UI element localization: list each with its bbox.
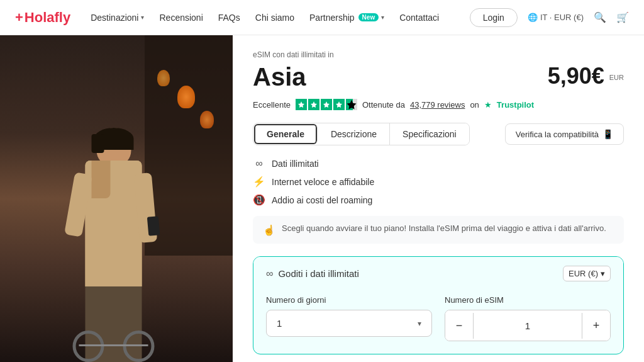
locale-selector[interactable]: 🌐 IT · EUR (€) bbox=[528, 13, 584, 22]
chevron-down-icon: ▾ bbox=[141, 14, 144, 21]
logo[interactable]: +Holafly bbox=[15, 9, 70, 26]
lantern-decoration-3 bbox=[157, 70, 170, 86]
svg-marker-0 bbox=[298, 101, 304, 108]
reviews-prefix: Ottenute da bbox=[362, 100, 405, 110]
star-4 bbox=[333, 99, 345, 110]
tab-generale[interactable]: Generale bbox=[254, 124, 318, 144]
product-image bbox=[0, 35, 233, 362]
compatibility-icon: 📱 bbox=[602, 129, 613, 139]
logo-plus: + bbox=[15, 9, 23, 26]
chevron-down-icon-days: ▾ bbox=[418, 319, 421, 328]
star-1 bbox=[296, 99, 307, 110]
product-price: 5,90€ EUR bbox=[548, 63, 624, 89]
star-half bbox=[346, 99, 357, 110]
infinity-icon: ∞ bbox=[253, 158, 265, 169]
person-figure bbox=[86, 123, 142, 362]
reviews-on: on bbox=[470, 100, 479, 110]
no-roaming-icon: 📵 bbox=[253, 194, 265, 206]
nav-recensioni[interactable]: Recensioni bbox=[159, 13, 203, 23]
star-2 bbox=[308, 99, 319, 110]
search-icon[interactable]: 🔍 bbox=[594, 11, 606, 23]
quantity-increase-button[interactable]: + bbox=[582, 310, 610, 341]
esim-quantity-field: Numero di eSIM − 1 + bbox=[445, 295, 611, 341]
days-label: Numero di giorni bbox=[266, 295, 432, 305]
reviews-link[interactable]: 43,779 reviews bbox=[410, 100, 465, 110]
chevron-down-icon-partnership: ▾ bbox=[381, 14, 384, 21]
quantity-decrease-button[interactable]: − bbox=[445, 310, 473, 341]
star-3 bbox=[321, 99, 332, 110]
header: +Holafly Destinazioni ▾ Recensioni FAQs … bbox=[0, 0, 644, 35]
header-actions: Login 🌐 IT · EUR (€) 🔍 🛒 bbox=[470, 8, 629, 27]
info-box: ☝️ Scegli quando avviare il tuo piano! I… bbox=[253, 216, 624, 244]
tab-specificazioni[interactable]: Specificazioni bbox=[390, 123, 469, 145]
plan-title: ∞ Goditi i dati illimitati bbox=[266, 268, 359, 280]
feature-unlimited-data: ∞ Dati illimitati bbox=[253, 158, 624, 169]
main-nav: Destinazioni ▾ Recensioni FAQs Chi siamo… bbox=[91, 13, 469, 23]
days-select[interactable]: 1 ▾ bbox=[266, 310, 432, 337]
nav-faqs[interactable]: FAQs bbox=[218, 13, 240, 23]
lantern-decoration-2 bbox=[200, 111, 214, 128]
tab-descrizione[interactable]: Descrizione bbox=[318, 123, 390, 145]
currency-selector[interactable]: EUR (€) ▾ bbox=[563, 266, 611, 281]
plan-fields-row: Numero di giorni 1 ▾ Numero di eSIM − 1 … bbox=[266, 295, 611, 341]
product-tabs: Generale Descrizione Specificazioni bbox=[253, 123, 470, 145]
price-currency-label: EUR bbox=[609, 74, 624, 81]
nav-partnership[interactable]: Partnership New ▾ bbox=[309, 13, 384, 23]
plan-box: ∞ Goditi i dati illimitati EUR (€) ▾ Num… bbox=[253, 256, 624, 354]
lantern-decoration-1 bbox=[177, 86, 195, 108]
quantity-control: − 1 + bbox=[445, 310, 611, 341]
logo-text: Holafly bbox=[25, 9, 70, 26]
nav-chi-siamo[interactable]: Chi siamo bbox=[255, 13, 294, 23]
lightning-icon: ⚡ bbox=[253, 176, 265, 188]
trustpilot-row: Eccellente Ottenute da 43,779 reviews on… bbox=[253, 99, 624, 110]
svg-marker-4 bbox=[347, 100, 356, 110]
trustpilot-label: Eccellente bbox=[253, 100, 291, 110]
svg-marker-1 bbox=[311, 101, 317, 108]
nav-contattaci[interactable]: Contattaci bbox=[399, 13, 439, 23]
plan-infinity-icon: ∞ bbox=[266, 268, 273, 280]
quantity-value: 1 bbox=[473, 313, 582, 339]
compatibility-button[interactable]: Verifica la compatibilità 📱 bbox=[505, 123, 624, 145]
main-content: eSIM con dati illimitati in Asia 5,90€ E… bbox=[0, 35, 644, 362]
nav-destinazioni[interactable]: Destinazioni ▾ bbox=[91, 13, 144, 23]
tabs-row: Generale Descrizione Specificazioni Veri… bbox=[253, 123, 624, 145]
feature-fast-internet: ⚡ Internet veloce e affidabile bbox=[253, 176, 624, 188]
days-field: Numero di giorni 1 ▾ bbox=[266, 295, 432, 341]
features-list: ∞ Dati illimitati ⚡ Internet veloce e af… bbox=[253, 158, 624, 206]
globe-icon: 🌐 bbox=[528, 13, 538, 22]
trustpilot-logo: Trustpilot bbox=[497, 100, 534, 110]
product-title: Asia bbox=[253, 63, 306, 91]
product-details: eSIM con dati illimitati in Asia 5,90€ E… bbox=[233, 35, 644, 362]
new-badge: New bbox=[358, 13, 379, 21]
price-value: 5,90€ bbox=[548, 63, 604, 89]
feature-no-roaming: 📵 Addio ai costi del roaming bbox=[253, 194, 624, 206]
cart-icon[interactable]: 🛒 bbox=[616, 11, 629, 23]
title-price-row: Asia 5,90€ EUR bbox=[253, 63, 624, 91]
trustpilot-stars bbox=[296, 99, 357, 110]
esim-quantity-label: Numero di eSIM bbox=[445, 295, 611, 305]
login-button[interactable]: Login bbox=[470, 8, 518, 27]
plan-fields: Numero di giorni 1 ▾ Numero di eSIM − 1 … bbox=[253, 295, 623, 354]
svg-marker-2 bbox=[323, 101, 330, 108]
esim-subtitle: eSIM con dati illimitati in bbox=[253, 50, 624, 59]
trustpilot-star-icon: ★ bbox=[484, 100, 492, 110]
info-icon: ☝️ bbox=[263, 224, 275, 236]
plan-header: ∞ Goditi i dati illimitati EUR (€) ▾ bbox=[253, 257, 623, 290]
svg-marker-3 bbox=[336, 101, 342, 108]
chevron-down-icon-currency: ▾ bbox=[601, 269, 605, 278]
